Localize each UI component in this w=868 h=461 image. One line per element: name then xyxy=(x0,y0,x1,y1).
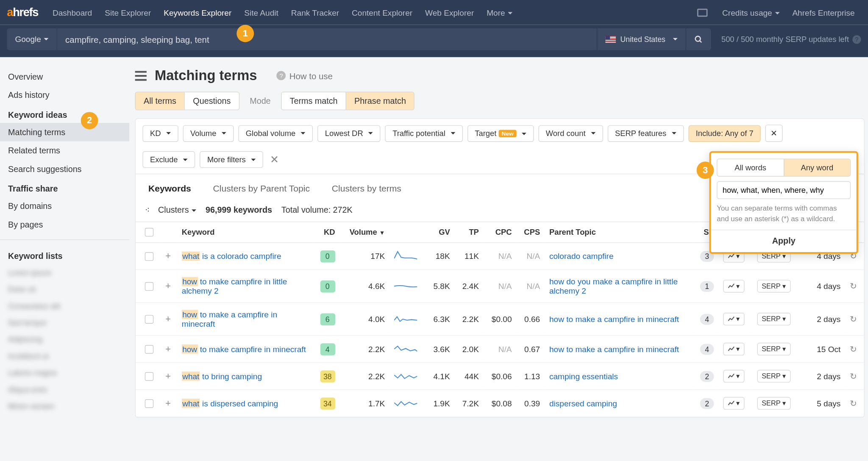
include-mode-toggle[interactable]: All wordsAny word xyxy=(717,158,851,176)
parent-topic-link[interactable]: how to make a campfire in minecraft xyxy=(549,344,679,354)
trend-button[interactable]: ▾ xyxy=(723,280,744,292)
expand-icon[interactable]: + xyxy=(165,314,171,324)
tab-clusters-by-parent-topic[interactable]: Clusters by Parent Topic xyxy=(209,174,313,203)
tab-keywords[interactable]: Keywords xyxy=(145,174,195,203)
seg-opt-questions[interactable]: Questions xyxy=(184,92,239,110)
sidebar-item-ads-history[interactable]: Ads history xyxy=(0,86,129,105)
row-checkbox[interactable] xyxy=(145,315,153,323)
keyword-link[interactable]: what is a colorado campfire xyxy=(182,252,281,261)
country-select[interactable]: United States xyxy=(597,28,686,50)
sidebar-item-search-suggestions[interactable]: Search suggestions xyxy=(0,160,129,178)
col-CPS[interactable]: CPS xyxy=(516,222,545,243)
serp-button[interactable]: SERP ▾ xyxy=(757,280,790,292)
sidebar-item-matching-terms[interactable]: Matching terms xyxy=(0,123,129,142)
trend-button[interactable]: ▾ xyxy=(723,397,744,410)
nav-site-explorer[interactable]: Site Explorer xyxy=(98,8,157,17)
nav-keywords-explorer[interactable]: Keywords Explorer xyxy=(157,8,238,17)
col-CPC[interactable]: CPC xyxy=(484,222,517,243)
serp-button[interactable]: SERP ▾ xyxy=(757,397,790,410)
filter-serp-features[interactable]: SERP features xyxy=(607,125,684,142)
keyword-link[interactable]: how to make a campfire in minecraft xyxy=(182,310,277,328)
sidebar-item-overview[interactable]: Overview xyxy=(0,67,129,86)
refresh-icon[interactable]: ↻ xyxy=(850,344,857,354)
parent-topic-link[interactable]: camping essentials xyxy=(549,372,618,381)
filter-word-count[interactable]: Word count xyxy=(538,125,603,142)
keyword-link[interactable]: what to bring camping xyxy=(182,372,262,381)
refresh-icon[interactable]: ↻ xyxy=(850,281,857,291)
parent-topic-link[interactable]: how to make a campfire in minecraft xyxy=(549,314,679,324)
row-checkbox[interactable] xyxy=(145,345,153,353)
include-clear[interactable]: ✕ xyxy=(765,125,783,142)
nav-site-audit[interactable]: Site Audit xyxy=(238,8,285,17)
nav-more[interactable]: More xyxy=(480,8,519,17)
filter-lowest-dr[interactable]: Lowest DR xyxy=(317,125,380,142)
refresh-icon[interactable]: ↻ xyxy=(850,314,857,324)
seg-opt-terms-match[interactable]: Terms match xyxy=(281,92,345,110)
terms-toggle[interactable]: All termsQuestions xyxy=(135,92,239,111)
help-icon[interactable]: ? xyxy=(852,35,861,43)
credits-usage[interactable]: Credits usage xyxy=(716,8,786,17)
sidebar-item-related-terms[interactable]: Related terms xyxy=(0,142,129,160)
parent-topic-link[interactable]: how do you make a campfire in little alc… xyxy=(549,277,678,296)
filter-volume[interactable]: Volume xyxy=(183,125,234,142)
serp-button[interactable]: SERP ▾ xyxy=(757,313,790,325)
search-button[interactable] xyxy=(685,28,711,50)
col-TP[interactable]: TP xyxy=(455,222,484,243)
nav-web-explorer[interactable]: Web Explorer xyxy=(419,8,480,17)
monitor-icon[interactable] xyxy=(698,8,708,17)
sf-badge[interactable]: 1 xyxy=(700,280,714,292)
nav-dashboard[interactable]: Dashboard xyxy=(46,8,98,17)
filter-kd[interactable]: KD xyxy=(142,125,178,142)
filter-more-filters[interactable]: More filters xyxy=(200,151,263,168)
keyword-input[interactable]: campfire, camping, sleeping bag, tent xyxy=(57,28,597,50)
col-Keyword[interactable]: Keyword xyxy=(177,222,313,243)
trend-button[interactable]: ▾ xyxy=(723,313,744,325)
serp-button[interactable]: SERP ▾ xyxy=(757,343,790,355)
select-all-checkbox[interactable] xyxy=(145,228,153,236)
filter-traffic-potential[interactable]: Traffic potential xyxy=(385,125,462,142)
nav-rank-tracker[interactable]: Rank Tracker xyxy=(285,8,345,17)
logo[interactable]: ahrefs xyxy=(7,6,38,19)
include-filter[interactable]: Include: Any of 7 xyxy=(688,125,761,142)
sidebar-item-by-domains[interactable]: By domains xyxy=(0,197,129,215)
apply-button[interactable]: Apply xyxy=(711,230,857,246)
row-checkbox[interactable] xyxy=(145,399,153,408)
nav-content-explorer[interactable]: Content Explorer xyxy=(345,8,419,17)
keyword-link[interactable]: what is dispersed camping xyxy=(182,399,278,408)
col-Volume[interactable]: Volume ▼ xyxy=(339,222,389,243)
col-Parent Topic[interactable]: Parent Topic xyxy=(545,222,693,243)
sf-badge[interactable]: 2 xyxy=(700,371,714,382)
account-menu[interactable]: Ahrefs Enterprise xyxy=(786,8,861,17)
refresh-icon[interactable]: ↻ xyxy=(850,371,857,381)
seg-opt-all-terms[interactable]: All terms xyxy=(136,92,184,110)
filter-global-volume[interactable]: Global volume xyxy=(238,125,313,142)
serp-button[interactable]: SERP ▾ xyxy=(757,370,790,383)
expand-icon[interactable]: + xyxy=(165,398,171,408)
row-checkbox[interactable] xyxy=(145,372,153,380)
keyword-link[interactable]: how to make campfire in little alchemy 2 xyxy=(182,277,287,296)
filter-target[interactable]: Target New xyxy=(467,125,534,142)
clear-filters[interactable]: ✕ xyxy=(268,153,281,166)
include-terms-input[interactable] xyxy=(717,181,851,199)
col-KD[interactable]: KD xyxy=(312,222,339,243)
row-checkbox[interactable] xyxy=(145,282,153,290)
how-to-use[interactable]: ?How to use xyxy=(277,71,333,81)
seg-opt-any-word[interactable]: Any word xyxy=(784,159,850,176)
trend-button[interactable]: ▾ xyxy=(723,343,744,355)
sf-badge[interactable]: 4 xyxy=(700,344,714,355)
tab-clusters-by-terms[interactable]: Clusters by terms xyxy=(328,174,405,203)
trend-button[interactable]: ▾ xyxy=(723,370,744,383)
row-checkbox[interactable] xyxy=(145,252,153,260)
expand-icon[interactable]: + xyxy=(165,344,171,354)
refresh-icon[interactable]: ↻ xyxy=(850,398,857,408)
sidebar-item-by-pages[interactable]: By pages xyxy=(0,215,129,234)
expand-icon[interactable]: + xyxy=(165,251,171,261)
col-GV[interactable]: GV xyxy=(426,222,454,243)
menu-icon[interactable] xyxy=(135,71,147,81)
filter-exclude[interactable]: Exclude xyxy=(142,151,195,168)
match-mode-toggle[interactable]: Terms matchPhrase match xyxy=(281,92,415,111)
expand-icon[interactable]: + xyxy=(165,371,171,381)
parent-topic-link[interactable]: dispersed camping xyxy=(549,399,617,408)
expand-icon[interactable]: + xyxy=(165,281,171,291)
clusters-dropdown[interactable]: Clusters xyxy=(158,206,196,215)
